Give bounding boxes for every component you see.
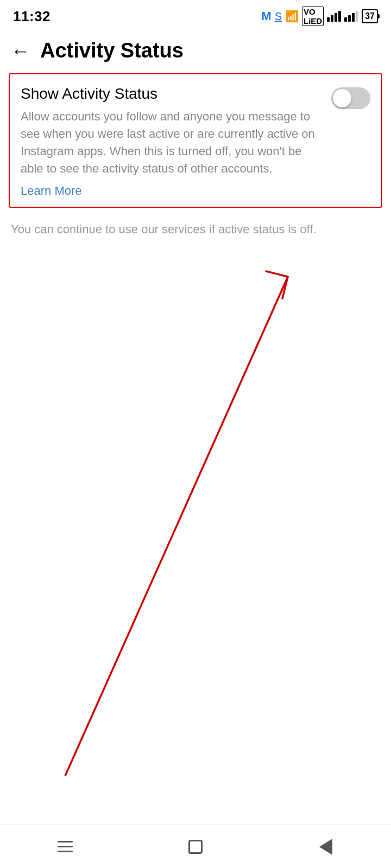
menu-button[interactable] [49, 831, 81, 863]
app-icon-s: S [275, 10, 282, 23]
home-button[interactable] [179, 831, 212, 863]
card-row: Show Activity Status Allow accounts you … [21, 85, 370, 198]
card-title: Show Activity Status [21, 85, 323, 103]
activity-status-card: Show Activity Status Allow accounts you … [9, 73, 382, 208]
sub-text: You can continue to use our services if … [9, 221, 382, 238]
page-title: Activity Status [40, 39, 184, 62]
svg-line-0 [65, 277, 288, 776]
hamburger-icon [58, 841, 73, 852]
signal-bars-1 [327, 11, 341, 22]
learn-more-link[interactable]: Learn More [21, 184, 82, 197]
signal-bars-2 [344, 11, 358, 22]
main-content: Show Activity Status Allow accounts you … [0, 73, 391, 238]
square-icon [188, 840, 203, 854]
activity-status-toggle[interactable] [331, 87, 370, 109]
triangle-icon [319, 839, 332, 855]
network-label: VOLiED [302, 7, 324, 26]
page-header: ← Activity Status [0, 30, 391, 73]
toggle-container [331, 87, 370, 109]
bottom-navigation [0, 825, 391, 868]
toggle-thumb [333, 89, 351, 107]
battery-indicator: 37 [362, 9, 378, 23]
back-nav-button[interactable] [310, 831, 342, 863]
gmail-icon: M [261, 9, 271, 23]
status-icons: M S 📶 VOLiED 37 [261, 7, 378, 26]
status-time: 11:32 [13, 8, 51, 25]
card-description: Allow accounts you follow and anyone you… [21, 108, 323, 177]
back-button[interactable]: ← [11, 41, 30, 61]
status-bar: 11:32 M S 📶 VOLiED 37 [0, 0, 391, 30]
card-text-area: Show Activity Status Allow accounts you … [21, 85, 331, 198]
wifi-icon: 📶 [285, 10, 299, 23]
